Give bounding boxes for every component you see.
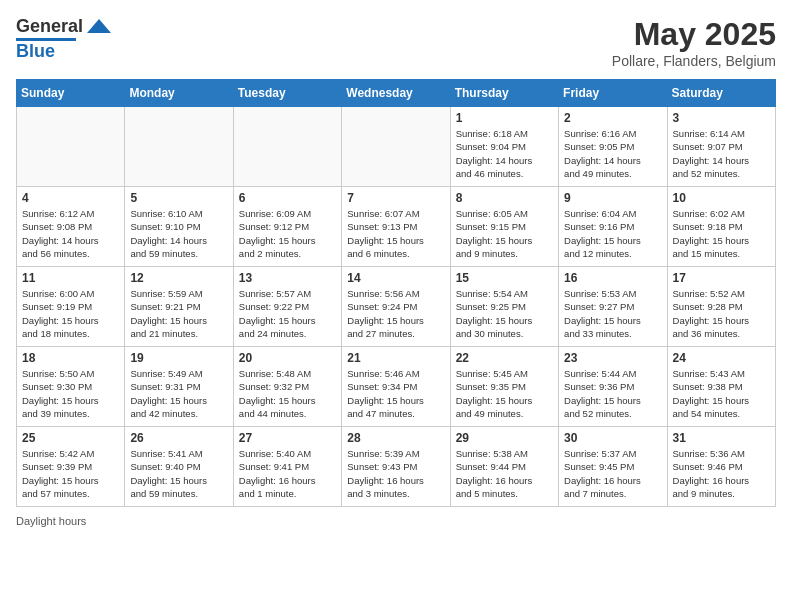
day-info: Sunrise: 5:46 AMSunset: 9:34 PMDaylight:…	[347, 367, 444, 420]
day-number: 24	[673, 351, 770, 365]
calendar-header-row: SundayMondayTuesdayWednesdayThursdayFrid…	[17, 80, 776, 107]
day-info: Sunrise: 6:05 AMSunset: 9:15 PMDaylight:…	[456, 207, 553, 260]
day-info: Sunrise: 6:02 AMSunset: 9:18 PMDaylight:…	[673, 207, 770, 260]
calendar-cell	[342, 107, 450, 187]
calendar-weekday-monday: Monday	[125, 80, 233, 107]
calendar-week-row: 4Sunrise: 6:12 AMSunset: 9:08 PMDaylight…	[17, 187, 776, 267]
calendar-weekday-thursday: Thursday	[450, 80, 558, 107]
calendar-cell	[125, 107, 233, 187]
calendar-cell: 24Sunrise: 5:43 AMSunset: 9:38 PMDayligh…	[667, 347, 775, 427]
calendar-cell: 17Sunrise: 5:52 AMSunset: 9:28 PMDayligh…	[667, 267, 775, 347]
calendar-table: SundayMondayTuesdayWednesdayThursdayFrid…	[16, 79, 776, 507]
calendar-cell: 15Sunrise: 5:54 AMSunset: 9:25 PMDayligh…	[450, 267, 558, 347]
calendar-weekday-saturday: Saturday	[667, 80, 775, 107]
calendar-cell: 11Sunrise: 6:00 AMSunset: 9:19 PMDayligh…	[17, 267, 125, 347]
day-info: Sunrise: 6:07 AMSunset: 9:13 PMDaylight:…	[347, 207, 444, 260]
day-info: Sunrise: 5:38 AMSunset: 9:44 PMDaylight:…	[456, 447, 553, 500]
calendar-week-row: 11Sunrise: 6:00 AMSunset: 9:19 PMDayligh…	[17, 267, 776, 347]
day-info: Sunrise: 5:42 AMSunset: 9:39 PMDaylight:…	[22, 447, 119, 500]
calendar-cell: 19Sunrise: 5:49 AMSunset: 9:31 PMDayligh…	[125, 347, 233, 427]
calendar-weekday-friday: Friday	[559, 80, 667, 107]
day-number: 10	[673, 191, 770, 205]
day-number: 5	[130, 191, 227, 205]
day-number: 18	[22, 351, 119, 365]
day-number: 2	[564, 111, 661, 125]
calendar-cell	[17, 107, 125, 187]
day-number: 31	[673, 431, 770, 445]
calendar-week-row: 18Sunrise: 5:50 AMSunset: 9:30 PMDayligh…	[17, 347, 776, 427]
calendar-cell: 20Sunrise: 5:48 AMSunset: 9:32 PMDayligh…	[233, 347, 341, 427]
day-number: 16	[564, 271, 661, 285]
logo-triangle-icon	[87, 19, 111, 33]
calendar-cell: 1Sunrise: 6:18 AMSunset: 9:04 PMDaylight…	[450, 107, 558, 187]
calendar-cell: 9Sunrise: 6:04 AMSunset: 9:16 PMDaylight…	[559, 187, 667, 267]
calendar-weekday-tuesday: Tuesday	[233, 80, 341, 107]
day-number: 9	[564, 191, 661, 205]
day-info: Sunrise: 6:16 AMSunset: 9:05 PMDaylight:…	[564, 127, 661, 180]
calendar-cell: 8Sunrise: 6:05 AMSunset: 9:15 PMDaylight…	[450, 187, 558, 267]
day-info: Sunrise: 5:41 AMSunset: 9:40 PMDaylight:…	[130, 447, 227, 500]
day-number: 28	[347, 431, 444, 445]
day-number: 22	[456, 351, 553, 365]
day-info: Sunrise: 5:50 AMSunset: 9:30 PMDaylight:…	[22, 367, 119, 420]
logo-blue: Blue	[16, 41, 55, 62]
calendar-cell: 6Sunrise: 6:09 AMSunset: 9:12 PMDaylight…	[233, 187, 341, 267]
day-number: 15	[456, 271, 553, 285]
day-info: Sunrise: 5:37 AMSunset: 9:45 PMDaylight:…	[564, 447, 661, 500]
calendar-cell: 27Sunrise: 5:40 AMSunset: 9:41 PMDayligh…	[233, 427, 341, 507]
calendar-cell: 28Sunrise: 5:39 AMSunset: 9:43 PMDayligh…	[342, 427, 450, 507]
day-info: Sunrise: 5:49 AMSunset: 9:31 PMDaylight:…	[130, 367, 227, 420]
day-number: 20	[239, 351, 336, 365]
subtitle: Pollare, Flanders, Belgium	[612, 53, 776, 69]
calendar-cell: 26Sunrise: 5:41 AMSunset: 9:40 PMDayligh…	[125, 427, 233, 507]
calendar-weekday-wednesday: Wednesday	[342, 80, 450, 107]
daylight-hours-label: Daylight hours	[16, 515, 86, 527]
calendar-cell: 22Sunrise: 5:45 AMSunset: 9:35 PMDayligh…	[450, 347, 558, 427]
day-number: 12	[130, 271, 227, 285]
day-info: Sunrise: 6:12 AMSunset: 9:08 PMDaylight:…	[22, 207, 119, 260]
calendar-cell: 23Sunrise: 5:44 AMSunset: 9:36 PMDayligh…	[559, 347, 667, 427]
day-info: Sunrise: 5:54 AMSunset: 9:25 PMDaylight:…	[456, 287, 553, 340]
day-info: Sunrise: 5:48 AMSunset: 9:32 PMDaylight:…	[239, 367, 336, 420]
calendar-cell: 29Sunrise: 5:38 AMSunset: 9:44 PMDayligh…	[450, 427, 558, 507]
day-number: 17	[673, 271, 770, 285]
main-title: May 2025	[612, 16, 776, 53]
day-info: Sunrise: 5:57 AMSunset: 9:22 PMDaylight:…	[239, 287, 336, 340]
day-number: 4	[22, 191, 119, 205]
logo-general: General	[16, 16, 83, 37]
day-number: 26	[130, 431, 227, 445]
calendar-cell: 30Sunrise: 5:37 AMSunset: 9:45 PMDayligh…	[559, 427, 667, 507]
calendar-cell: 18Sunrise: 5:50 AMSunset: 9:30 PMDayligh…	[17, 347, 125, 427]
calendar-cell: 4Sunrise: 6:12 AMSunset: 9:08 PMDaylight…	[17, 187, 125, 267]
calendar-cell: 16Sunrise: 5:53 AMSunset: 9:27 PMDayligh…	[559, 267, 667, 347]
day-number: 14	[347, 271, 444, 285]
day-info: Sunrise: 5:45 AMSunset: 9:35 PMDaylight:…	[456, 367, 553, 420]
calendar-weekday-sunday: Sunday	[17, 80, 125, 107]
day-info: Sunrise: 5:40 AMSunset: 9:41 PMDaylight:…	[239, 447, 336, 500]
day-info: Sunrise: 5:52 AMSunset: 9:28 PMDaylight:…	[673, 287, 770, 340]
calendar-cell: 31Sunrise: 5:36 AMSunset: 9:46 PMDayligh…	[667, 427, 775, 507]
day-number: 19	[130, 351, 227, 365]
calendar-cell: 7Sunrise: 6:07 AMSunset: 9:13 PMDaylight…	[342, 187, 450, 267]
day-info: Sunrise: 5:56 AMSunset: 9:24 PMDaylight:…	[347, 287, 444, 340]
day-number: 11	[22, 271, 119, 285]
calendar-cell: 13Sunrise: 5:57 AMSunset: 9:22 PMDayligh…	[233, 267, 341, 347]
day-info: Sunrise: 6:09 AMSunset: 9:12 PMDaylight:…	[239, 207, 336, 260]
calendar-week-row: 25Sunrise: 5:42 AMSunset: 9:39 PMDayligh…	[17, 427, 776, 507]
calendar-cell: 2Sunrise: 6:16 AMSunset: 9:05 PMDaylight…	[559, 107, 667, 187]
calendar-cell	[233, 107, 341, 187]
day-number: 1	[456, 111, 553, 125]
day-number: 25	[22, 431, 119, 445]
day-info: Sunrise: 6:14 AMSunset: 9:07 PMDaylight:…	[673, 127, 770, 180]
day-info: Sunrise: 5:36 AMSunset: 9:46 PMDaylight:…	[673, 447, 770, 500]
day-info: Sunrise: 6:04 AMSunset: 9:16 PMDaylight:…	[564, 207, 661, 260]
day-number: 7	[347, 191, 444, 205]
day-number: 8	[456, 191, 553, 205]
day-info: Sunrise: 6:10 AMSunset: 9:10 PMDaylight:…	[130, 207, 227, 260]
calendar-cell: 14Sunrise: 5:56 AMSunset: 9:24 PMDayligh…	[342, 267, 450, 347]
day-info: Sunrise: 5:59 AMSunset: 9:21 PMDaylight:…	[130, 287, 227, 340]
title-area: May 2025 Pollare, Flanders, Belgium	[612, 16, 776, 69]
day-number: 29	[456, 431, 553, 445]
day-number: 23	[564, 351, 661, 365]
calendar-cell: 21Sunrise: 5:46 AMSunset: 9:34 PMDayligh…	[342, 347, 450, 427]
